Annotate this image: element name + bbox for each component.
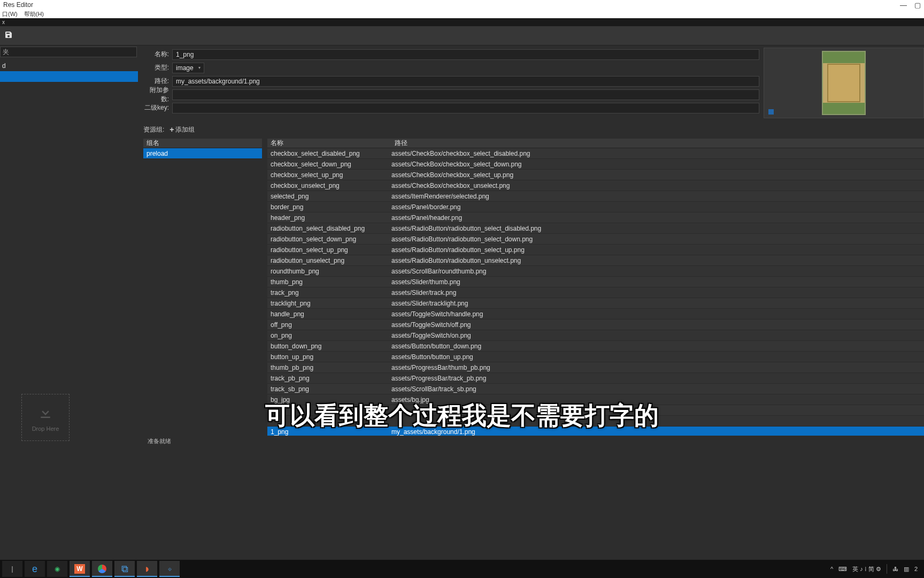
file-row[interactable] bbox=[267, 405, 924, 416]
group-label: 资源组: bbox=[143, 125, 164, 134]
taskbar-app-dark[interactable]: ◗ bbox=[137, 561, 157, 577]
add-group-button[interactable]: + 添加组 bbox=[170, 125, 194, 134]
extra-label: 附加参数: bbox=[143, 86, 169, 104]
group-table: 组名 preload bbox=[143, 139, 262, 436]
file-row[interactable]: radiobutton_unselect_pngassets/RadioButt… bbox=[267, 255, 924, 266]
window-titlebar: Res Editor — ▢ bbox=[0, 0, 924, 10]
menu-help[interactable]: 帮助(H) bbox=[24, 10, 44, 18]
extra-input[interactable] bbox=[172, 89, 759, 100]
tray-ime[interactable]: 英 ♪ ⁞ 简 ⚙ bbox=[852, 565, 881, 573]
file-row[interactable]: checkbox_unselect_pngassets/CheckBox/che… bbox=[267, 180, 924, 191]
file-row[interactable]: track_sb_pngassets/ScrollBar/track_sb.pn… bbox=[267, 384, 924, 394]
file-row[interactable]: bg_jpgassets/bg.jpg bbox=[267, 394, 924, 405]
folder-search-input[interactable]: 夹 bbox=[0, 47, 137, 57]
menu-bar: 口(W) 帮助(H) bbox=[0, 10, 924, 18]
chevron-down-icon: ▾ bbox=[198, 65, 201, 70]
tree-selected-item[interactable] bbox=[0, 71, 138, 82]
file-table: 名称 路径 checkbox_select_disabled_pngassets… bbox=[267, 139, 924, 436]
minimize-button[interactable]: — bbox=[900, 1, 907, 9]
type-label: 类型: bbox=[143, 63, 169, 72]
drop-label: Drop Here bbox=[32, 425, 59, 432]
taskbar-app-orange[interactable]: W bbox=[70, 561, 90, 577]
preview-panel bbox=[764, 48, 924, 118]
folder-tree[interactable]: d bbox=[0, 60, 138, 389]
properties-panel: 名称: 1_png 类型: image▾ 路径: my_assets/backg… bbox=[143, 48, 759, 118]
file-row[interactable]: off_pngassets/ToggleSwitch/off.png bbox=[267, 320, 924, 330]
status-bar: 准备就绪 bbox=[143, 436, 924, 446]
file-row[interactable]: checkbox_select_disabled_pngassets/Check… bbox=[267, 148, 924, 159]
window-title: Res Editor bbox=[3, 1, 33, 9]
file-row[interactable]: checkbox_select_down_pngassets/CheckBox/… bbox=[267, 159, 924, 170]
file-row[interactable]: radiobutton_select_disabled_pngassets/Ra… bbox=[267, 223, 924, 234]
key2-label: 二级key: bbox=[143, 103, 169, 112]
file-row[interactable]: selected_pngassets/ItemRenderer/selected… bbox=[267, 191, 924, 202]
type-select[interactable]: image▾ bbox=[172, 63, 204, 73]
file-row[interactable]: thumb_pb_pngassets/ProgressBar/thumb_pb.… bbox=[267, 362, 924, 373]
file-row[interactable]: handle_pngassets/ToggleSwitch/handle.png bbox=[267, 309, 924, 320]
file-row[interactable] bbox=[267, 416, 924, 427]
file-row[interactable]: tracklight_pngassets/Slider/tracklight.p… bbox=[267, 298, 924, 309]
file-row[interactable]: button_up_pngassets/Button/button_up.png bbox=[267, 352, 924, 362]
file-row[interactable]: border_pngassets/Panel/border.png bbox=[267, 202, 924, 212]
tray-time[interactable]: 2 bbox=[914, 566, 918, 572]
maximize-button[interactable]: ▢ bbox=[914, 1, 921, 9]
file-row[interactable]: thumb_pngassets/Slider/thumb.png bbox=[267, 277, 924, 287]
sidebar: 夹 d Drop Here bbox=[0, 45, 138, 446]
taskbar-egret[interactable]: ⟐ bbox=[159, 561, 180, 577]
file-row[interactable]: roundthumb_pngassets/ScrollBar/roundthum… bbox=[267, 266, 924, 277]
file-row[interactable]: header_pngassets/Panel/header.png bbox=[267, 212, 924, 223]
key2-input[interactable] bbox=[172, 103, 759, 113]
file-row[interactable]: radiobutton_select_up_pngassets/RadioBut… bbox=[267, 245, 924, 255]
taskbar-app-green[interactable]: ◉ bbox=[47, 561, 67, 577]
tray-battery-icon[interactable]: ▥ bbox=[904, 566, 909, 573]
drop-zone[interactable]: Drop Here bbox=[21, 394, 70, 441]
tray-network-icon[interactable]: 🖧 bbox=[892, 566, 898, 572]
tab-close-x[interactable]: x bbox=[2, 19, 5, 25]
name-label: 名称: bbox=[143, 50, 169, 59]
group-row[interactable]: preload bbox=[143, 148, 262, 159]
file-row[interactable]: checkbox_select_up_pngassets/CheckBox/ch… bbox=[267, 170, 924, 180]
file-row[interactable]: 1_pngmy_assets/background/1.png bbox=[267, 427, 924, 436]
preview-checkbox[interactable] bbox=[768, 109, 774, 115]
file-row[interactable]: button_down_pngassets/Button/button_down… bbox=[267, 341, 924, 352]
save-icon[interactable] bbox=[4, 31, 13, 41]
tab-strip: x bbox=[0, 18, 924, 26]
file-header-path: 路径 bbox=[395, 139, 921, 148]
file-header-name: 名称 bbox=[271, 139, 395, 148]
taskbar-edge[interactable]: e bbox=[25, 561, 45, 577]
preview-thumbnail bbox=[822, 51, 866, 115]
status-text: 准备就绪 bbox=[148, 437, 171, 445]
menu-window[interactable]: 口(W) bbox=[2, 10, 18, 18]
file-row[interactable]: track_pb_pngassets/ProgressBar/track_pb.… bbox=[267, 373, 924, 384]
plus-icon: + bbox=[170, 125, 174, 134]
group-header: 组名 bbox=[143, 139, 262, 148]
file-row[interactable]: radiobutton_select_down_pngassets/RadioB… bbox=[267, 234, 924, 245]
taskbar: ｜ e ◉ W ⧉ ◗ ⟐ ^ ⌨ 英 ♪ ⁞ 简 ⚙ 🖧 ▥ 2 bbox=[0, 560, 924, 578]
path-input[interactable]: my_assets/background/1.png bbox=[172, 76, 759, 87]
tray-caret-icon[interactable]: ^ bbox=[830, 566, 833, 572]
add-group-label: 添加组 bbox=[175, 125, 195, 134]
download-arrow-icon bbox=[37, 403, 53, 422]
name-input[interactable]: 1_png bbox=[172, 49, 759, 60]
system-tray[interactable]: ^ ⌨ 英 ♪ ⁞ 简 ⚙ 🖧 ▥ 2 bbox=[830, 564, 922, 574]
taskbar-start[interactable]: ｜ bbox=[2, 561, 22, 577]
taskbar-chrome[interactable] bbox=[92, 561, 112, 577]
tray-keyboard-icon[interactable]: ⌨ bbox=[838, 566, 847, 573]
tree-root[interactable]: d bbox=[0, 60, 138, 71]
file-row[interactable]: on_pngassets/ToggleSwitch/on.png bbox=[267, 330, 924, 341]
file-row[interactable]: track_pngassets/Slider/track.png bbox=[267, 287, 924, 298]
search-placeholder: 夹 bbox=[3, 48, 9, 57]
path-label: 路径: bbox=[143, 77, 169, 86]
taskbar-vscode[interactable]: ⧉ bbox=[114, 561, 135, 577]
toolbar bbox=[0, 26, 924, 45]
